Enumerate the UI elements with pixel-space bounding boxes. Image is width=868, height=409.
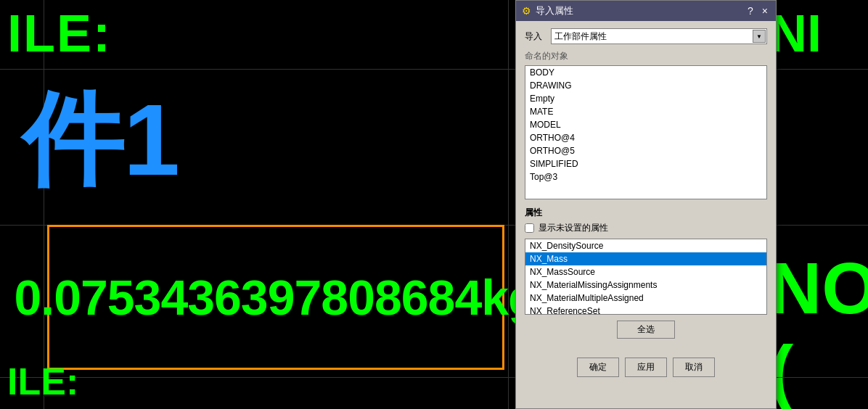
list-item[interactable]: Empty <box>525 92 766 105</box>
list-item[interactable]: SIMPLIFIED <box>525 157 766 170</box>
dialog-title: 导入属性 <box>536 4 741 17</box>
import-row: 导入 工作部件属性 ▼ <box>525 28 767 44</box>
apply-button[interactable]: 应用 <box>625 358 667 377</box>
import-properties-dialog: ⚙ 导入属性 ? × 导入 工作部件属性 ▼ 命名的对象 BODYDRAWING… <box>515 0 777 409</box>
cancel-button[interactable]: 取消 <box>673 358 715 377</box>
mass-value-text: 0.0753436397808684kg <box>14 269 515 326</box>
cad-ni-text: NI <box>777 4 822 63</box>
close-button[interactable]: × <box>760 5 770 17</box>
right-grid-h3 <box>777 377 868 378</box>
grid-line-h1 <box>0 69 515 70</box>
list-item[interactable]: BODY <box>525 66 766 79</box>
mass-value-box: 0.0753436397808684kg <box>47 225 504 370</box>
dialog-titlebar: ⚙ 导入属性 ? × <box>516 1 776 21</box>
show-unset-checkbox[interactable] <box>525 223 534 233</box>
list-item[interactable]: ORTHO@4 <box>525 131 766 144</box>
right-grid-h2 <box>777 225 868 226</box>
select-all-row: 全选 <box>525 321 767 339</box>
properties-item[interactable]: NX_DensitySource <box>525 239 766 252</box>
import-label: 导入 <box>525 30 545 43</box>
list-item[interactable]: Top@3 <box>525 170 766 183</box>
list-item[interactable]: DRAWING <box>525 79 766 92</box>
show-unset-label: 显示未设置的属性 <box>539 222 608 234</box>
help-button[interactable]: ? <box>745 5 756 17</box>
cad-title-text: ILE: <box>7 4 112 63</box>
dialog-content: 导入 工作部件属性 ▼ 命名的对象 BODYDRAWINGEmptyMATEMO… <box>516 21 776 353</box>
cad-background: ILE: 件1 0.0753436397808684kg ILE: <box>0 0 515 409</box>
select-all-button[interactable]: 全选 <box>617 321 675 339</box>
named-objects-label: 命名的对象 <box>525 50 767 62</box>
properties-item[interactable]: NX_Mass <box>525 252 766 265</box>
cad-no-text: NO ( <box>777 247 868 409</box>
import-select-wrapper: 工作部件属性 ▼ <box>551 28 767 44</box>
properties-item[interactable]: NX_ReferenceSet <box>525 305 766 315</box>
list-item[interactable]: MODEL <box>525 118 766 131</box>
show-unset-row: 显示未设置的属性 <box>525 222 767 234</box>
grid-line-v2 <box>508 0 509 409</box>
list-item[interactable]: MATE <box>525 105 766 118</box>
list-item[interactable]: ORTHO@5 <box>525 144 766 157</box>
right-grid-h1 <box>777 69 868 70</box>
properties-item[interactable]: NX_MaterialMissingAssignments <box>525 278 766 292</box>
properties-title: 属性 <box>525 207 767 219</box>
properties-item[interactable]: NX_MaterialMultipleAssigned <box>525 292 766 305</box>
named-objects-list[interactable]: BODYDRAWINGEmptyMATEMODELORTHO@4ORTHO@5S… <box>525 65 767 199</box>
cad-bottom-text: ILE: <box>7 360 78 403</box>
properties-list[interactable]: NX_DensitySourceNX_MassNX_MassSourceNX_M… <box>525 239 767 315</box>
dialog-buttons: 确定 应用 取消 <box>516 353 776 381</box>
import-select[interactable]: 工作部件属性 <box>551 28 767 44</box>
cad-chinese-text: 件1 <box>22 73 180 210</box>
properties-section: 属性 显示未设置的属性 NX_DensitySourceNX_MassNX_Ma… <box>525 207 767 315</box>
import-select-arrow[interactable]: ▼ <box>753 30 766 43</box>
import-select-value: 工作部件属性 <box>554 30 607 43</box>
cad-right-area: NI NO ( <box>777 0 868 409</box>
dropdown-arrow-icon: ▼ <box>756 33 762 40</box>
gear-icon: ⚙ <box>522 5 531 17</box>
confirm-button[interactable]: 确定 <box>577 358 619 377</box>
properties-item[interactable]: NX_MassSource <box>525 265 766 278</box>
